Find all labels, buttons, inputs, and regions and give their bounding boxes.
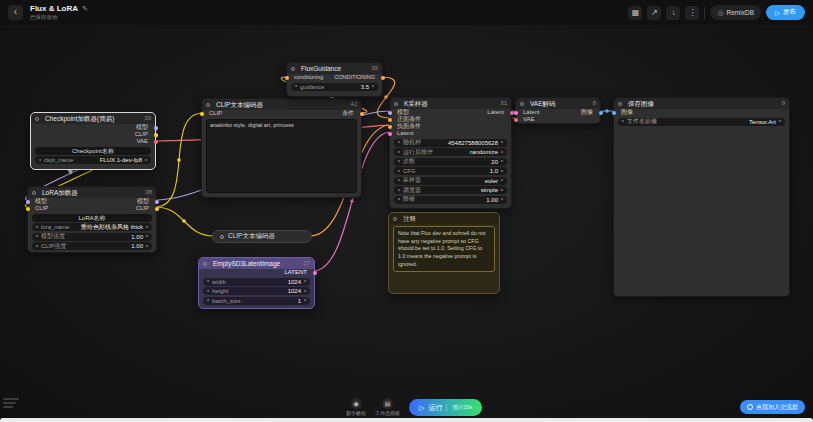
clip-slot-dot[interactable] xyxy=(154,133,158,137)
latent-out-dot[interactable] xyxy=(510,111,514,115)
output-model[interactable]: 模型 xyxy=(31,124,155,131)
latent-in-dot[interactable] xyxy=(514,111,518,115)
workflow-template-button[interactable]: ▤ 工作流模板 xyxy=(375,398,400,416)
collapse-dot-icon[interactable] xyxy=(394,102,398,106)
clip-out-dot[interactable] xyxy=(155,207,159,211)
lora-name-widget[interactable]: lora_name 重绘色彩线条风格 thick xyxy=(32,223,152,231)
output-clip[interactable]: CLIP xyxy=(31,131,155,138)
ckpt-name-widget[interactable]: ckpt_name FLUX.1-dev-fp8 xyxy=(35,156,151,164)
node-title-bar[interactable]: Checkpoint加载器(简易) 30 xyxy=(31,113,155,124)
cfg-widget[interactable]: CFG1.0 xyxy=(394,167,507,175)
model-in-dot[interactable] xyxy=(388,111,392,115)
node-title-bar[interactable]: FluxGuidance 35 xyxy=(287,63,382,74)
node-clip-text-encode-collapsed[interactable]: CLIP文本编码器 xyxy=(212,230,312,243)
latent-out-dot[interactable] xyxy=(313,271,317,275)
collapse-dot-icon[interactable] xyxy=(291,67,295,71)
node-title-bar[interactable]: EmptySD3LatentImage 27 xyxy=(199,258,314,269)
back-button[interactable]: ‹ xyxy=(8,5,23,20)
node-checkpoint-loader[interactable]: Checkpoint加载器(简易) 30 模型 CLIP VAE Checkpo… xyxy=(30,112,156,170)
conditioning-out-dot[interactable] xyxy=(360,112,364,116)
node-note[interactable]: 注释 Note that Flux dev and schnell do not… xyxy=(388,212,500,294)
slot-row[interactable]: conditioning CONDITIONING xyxy=(287,74,382,81)
collapse-dot-icon[interactable] xyxy=(393,217,397,221)
join-group-button[interactable]: 点我加入交流群 xyxy=(740,400,805,414)
node-ksampler[interactable]: K采样器 31 模型 Latent 正面条件 负面条件 Latent 随机种45… xyxy=(389,97,512,209)
node-title-label: 注释 xyxy=(403,215,416,222)
slot-row-model[interactable]: 模型 Latent xyxy=(390,109,511,116)
vae-in-dot[interactable] xyxy=(514,118,518,122)
strength-clip-widget[interactable]: CLIP强度 1.00 xyxy=(32,242,152,250)
latent-in-dot[interactable] xyxy=(388,132,392,136)
strength-model-widget[interactable]: 模型强度 1.00 xyxy=(32,233,152,241)
collapse-dot-icon[interactable] xyxy=(220,235,224,239)
clip-in-dot[interactable] xyxy=(26,207,30,211)
download-icon[interactable]: ↓ xyxy=(666,6,680,20)
edit-title-icon[interactable]: ✎ xyxy=(82,5,88,13)
image-out-dot[interactable] xyxy=(599,111,603,115)
node-title-label: LoRA加载器 xyxy=(42,189,78,196)
more-icon[interactable]: ⋮ xyxy=(685,6,699,20)
run-button[interactable]: ▷ 运行 预计20s xyxy=(409,399,482,416)
slot-row-vae[interactable]: VAE xyxy=(516,116,600,123)
slot-row-clip[interactable]: CLIP CLIP xyxy=(28,205,156,212)
tutorial-button[interactable]: ◉ 新手教程 xyxy=(346,398,366,416)
layout-icon[interactable]: ▦ xyxy=(628,6,642,20)
node-title-bar[interactable]: 注释 xyxy=(389,213,499,224)
collapse-dot-icon[interactable] xyxy=(35,117,39,121)
lora-name-button[interactable]: LoRA名称 xyxy=(32,214,152,222)
output-latent[interactable]: LATENT xyxy=(199,269,314,276)
model-in-dot[interactable] xyxy=(26,200,30,204)
node-flux-guidance[interactable]: FluxGuidance 35 conditioning CONDITIONIN… xyxy=(286,62,383,97)
node-title-bar[interactable]: VAE解码 8 xyxy=(516,98,600,109)
scheduler-widget[interactable]: 调度器simple xyxy=(394,186,507,194)
denoise-widget[interactable]: 降噪1.00 xyxy=(394,196,507,204)
image-in-dot[interactable] xyxy=(612,111,616,115)
slot-row-model[interactable]: 模型 模型 xyxy=(28,198,156,205)
conditioning-in-dot[interactable] xyxy=(285,76,289,80)
batch-size-widget[interactable]: batch_size1 xyxy=(203,297,310,305)
model-slot-dot[interactable] xyxy=(154,126,158,130)
slot-row-positive[interactable]: 正面条件 xyxy=(390,116,511,123)
remixdb-button[interactable]: ◎ RemixDB xyxy=(710,5,761,20)
sampler-widget[interactable]: 采样器euler xyxy=(394,177,507,185)
checkpoint-name-button[interactable]: Checkpoint名称 xyxy=(35,147,151,155)
node-lora-loader[interactable]: LoRA加载器 38 模型 模型 CLIP CLIP LoRA名称 lora_n… xyxy=(27,186,157,253)
slot-row-latent[interactable]: Latent xyxy=(390,130,511,137)
canvas[interactable]: { "palette": { "model": "#b8a8f0", "clip… xyxy=(0,0,813,422)
conditioning-out-dot[interactable] xyxy=(381,76,385,80)
node-title-bar[interactable]: CLIP文本编码器 42 xyxy=(202,99,361,110)
publish-button[interactable]: ▷ 发布 xyxy=(766,5,805,20)
prompt-textarea[interactable]: anakinko style, digital art, princess xyxy=(206,119,357,193)
collapse-dot-icon[interactable] xyxy=(520,102,524,106)
node-save-image[interactable]: 保存图像 9 图像 文件名前缀 Tensor.Art xyxy=(613,97,790,297)
guidance-widget[interactable]: guidance 3.5 xyxy=(291,83,378,91)
positive-in-dot[interactable] xyxy=(388,118,392,122)
clip-in-dot[interactable] xyxy=(200,112,204,116)
node-vae-decode[interactable]: VAE解码 8 Latent 图像 VAE xyxy=(515,97,601,124)
node-title-bar[interactable]: 保存图像 9 xyxy=(614,98,789,109)
steps-widget[interactable]: 步数20 xyxy=(394,158,507,166)
collapse-dot-icon[interactable] xyxy=(32,191,36,195)
collapse-dot-icon[interactable] xyxy=(203,262,207,266)
slot-row-image[interactable]: 图像 xyxy=(614,109,789,116)
model-out-dot[interactable] xyxy=(155,200,159,204)
slot-row[interactable]: CLIP 条件 xyxy=(202,110,361,117)
collapse-dot-icon[interactable] xyxy=(206,103,210,107)
node-title-bar[interactable]: LoRA加载器 38 xyxy=(28,187,156,198)
slot-row-latent[interactable]: Latent 图像 xyxy=(516,109,600,116)
node-empty-sd3-latent[interactable]: EmptySD3LatentImage 27 LATENT width1024 … xyxy=(198,257,315,309)
node-title-bar[interactable]: K采样器 31 xyxy=(390,98,511,109)
filename-prefix-widget[interactable]: 文件名前缀 Tensor.Art xyxy=(618,118,785,126)
vae-slot-dot[interactable] xyxy=(154,140,158,144)
width-widget[interactable]: width1024 xyxy=(203,278,310,286)
collapse-dot-icon[interactable] xyxy=(618,102,622,106)
slot-row-negative[interactable]: 负面条件 xyxy=(390,123,511,130)
control-after-generate-widget[interactable]: 运行后操作randomize xyxy=(394,148,507,156)
seed-widget[interactable]: 随机种454827588005628 xyxy=(394,139,507,147)
output-vae[interactable]: VAE xyxy=(31,138,155,145)
negative-in-dot[interactable] xyxy=(388,125,392,129)
export-icon[interactable]: ↗ xyxy=(647,6,661,20)
height-widget[interactable]: height1024 xyxy=(203,287,310,295)
bottom-strip xyxy=(0,418,813,422)
node-clip-text-encode[interactable]: CLIP文本编码器 42 CLIP 条件 anakinko style, dig… xyxy=(201,98,362,198)
